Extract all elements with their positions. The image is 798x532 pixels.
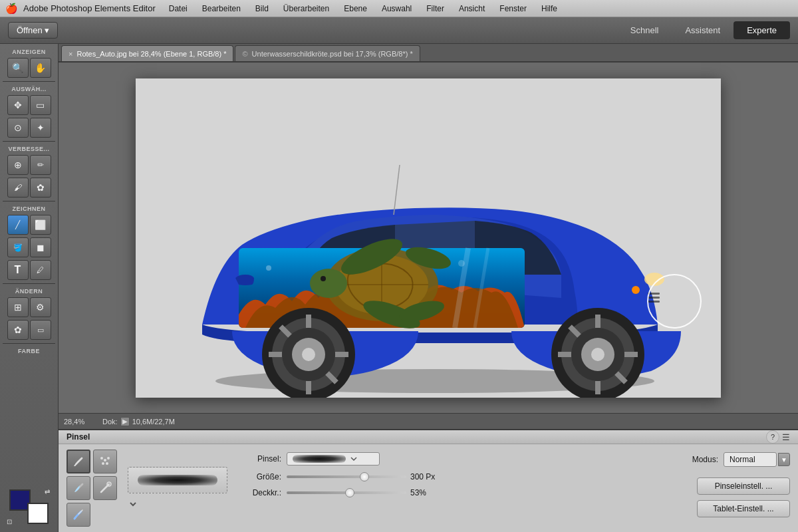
- title-bar: 🍎 Adobe Photoshop Elements Editor Datei …: [0, 0, 798, 17]
- divider-3: [3, 201, 55, 201]
- menu-ebene[interactable]: Ebene: [341, 3, 370, 15]
- tab1-close[interactable]: ×: [68, 50, 72, 58]
- menu-ueberarbeiten[interactable]: Überarbeiten: [281, 3, 332, 15]
- settings-tool[interactable]: ⚙: [30, 297, 51, 317]
- size-slider-container: 300 Px: [287, 472, 664, 481]
- brush-icon-row-1: [66, 450, 117, 473]
- menu-datei[interactable]: Datei: [166, 3, 190, 15]
- status-arrow[interactable]: ▶: [120, 417, 130, 426]
- chevron-down-icon: [128, 499, 138, 509]
- menu-auswahl[interactable]: Auswahl: [379, 3, 414, 15]
- brush-mode-color-replace[interactable]: [66, 476, 90, 500]
- brush-mode-4[interactable]: [66, 503, 90, 527]
- smudge-tool[interactable]: ✿: [30, 178, 51, 198]
- anzeigen-label: ANZEIGEN: [0, 47, 58, 57]
- panel-title: Pinsel: [66, 432, 90, 442]
- brush-preview-box[interactable]: [128, 467, 227, 493]
- svg-point-51: [102, 462, 104, 465]
- menu-fenster[interactable]: Fenster: [497, 3, 529, 15]
- menu-hilfe[interactable]: Hilfe: [539, 3, 560, 15]
- tab-unterwasser[interactable]: © Unterwasserschildkröte.psd bei 17,3% (…: [235, 45, 420, 61]
- help-button[interactable]: ?: [766, 430, 779, 444]
- mode-dropdown-arrow-icon[interactable]: ▼: [778, 453, 790, 466]
- opacity-slider-container: 53%: [287, 488, 664, 497]
- svg-point-23: [302, 348, 315, 361]
- divider-4: [3, 283, 55, 284]
- tab1-label: Rotes_Auto.jpg bei 28,4% (Ebene 1, RGB/8…: [76, 50, 226, 58]
- brush-mode-paint[interactable]: [66, 450, 90, 473]
- move-tool[interactable]: ✥: [7, 95, 29, 115]
- svg-point-11: [310, 269, 347, 298]
- menu-ansicht[interactable]: Ansicht: [456, 3, 487, 15]
- brush-preview-area: [128, 450, 227, 527]
- divider-2: [3, 141, 55, 142]
- brush-name-dropdown[interactable]: [287, 452, 380, 466]
- svg-point-48: [100, 457, 103, 460]
- size-slider-thumb[interactable]: [360, 472, 369, 481]
- lasso-tool[interactable]: ⊙: [7, 118, 29, 138]
- brush-mode-3[interactable]: [93, 476, 117, 500]
- options-content: Pinsel: Größe:: [59, 444, 798, 532]
- mode-dropdown-box[interactable]: Normal: [724, 452, 777, 467]
- farbe-label: FARBE: [0, 346, 58, 356]
- tab-bar: × Rotes_Auto.jpg bei 28,4% (Ebene 1, RGB…: [59, 44, 798, 63]
- brush-name-row: Pinsel:: [238, 452, 664, 466]
- opacity-slider-thumb[interactable]: [345, 488, 354, 497]
- svg-point-12: [321, 276, 326, 281]
- photo-tool[interactable]: ▭: [30, 320, 51, 340]
- hand-tool[interactable]: ✋: [30, 58, 51, 78]
- tablet-settings-button[interactable]: Tablet-Einstell. ...: [697, 500, 790, 517]
- size-slider-track[interactable]: [287, 475, 406, 478]
- mode-row: Modus: Normal ▼: [675, 452, 790, 467]
- brush-stroke-preview: [138, 475, 217, 485]
- brush-tool[interactable]: ╱: [7, 215, 29, 235]
- background-color[interactable]: [27, 503, 49, 524]
- brush-mode-impressionist[interactable]: [93, 450, 117, 473]
- brush-name-label: Pinsel:: [238, 454, 281, 464]
- eraser-tool[interactable]: ⬜: [30, 215, 51, 235]
- canvas-viewport[interactable]: [136, 78, 721, 398]
- filter-tool[interactable]: ✿: [7, 320, 29, 340]
- zeichnen-label: ZEICHNEN: [0, 203, 58, 213]
- tab-schnell[interactable]: Schnell: [617, 21, 672, 39]
- options-header: Pinsel ? ☰: [59, 430, 798, 444]
- type-tool[interactable]: T: [7, 260, 29, 280]
- fill-tool[interactable]: 🪣: [7, 237, 29, 257]
- brush-picker-arrow[interactable]: [128, 499, 227, 509]
- reset-colors-icon[interactable]: ⊡: [7, 518, 12, 525]
- auswahl-label: AUSWÄH...: [0, 84, 58, 94]
- shape-tool[interactable]: ◼: [30, 237, 51, 257]
- swap-colors-icon[interactable]: ⇄: [45, 488, 50, 495]
- size-label: Größe:: [238, 472, 281, 481]
- marquee-tool[interactable]: ▭: [30, 95, 51, 115]
- auswahl-row1: ✥ ▭: [0, 94, 58, 116]
- verbesse-row1: ⊕ ✏: [0, 154, 58, 176]
- crop-tool[interactable]: ⊞: [7, 297, 29, 317]
- svg-point-34: [591, 348, 604, 361]
- tab2-close[interactable]: ©: [242, 50, 247, 58]
- brush-icon-row-3: [66, 503, 117, 527]
- color-swatches: ⇄ ⊡: [3, 487, 55, 527]
- mode-dropdown[interactable]: Normal ▼: [724, 452, 790, 467]
- svg-point-42: [632, 286, 640, 294]
- magic-wand-tool[interactable]: ✦: [30, 118, 51, 138]
- menu-filter[interactable]: Filter: [424, 3, 447, 15]
- size-value: 300 Px: [410, 472, 440, 481]
- zoom-tool[interactable]: 🔍: [7, 58, 29, 78]
- open-button[interactable]: Öffnen ▾: [8, 22, 58, 39]
- apple-menu-icon[interactable]: 🍎: [5, 3, 18, 15]
- menu-bild[interactable]: Bild: [253, 3, 271, 15]
- clone-tool[interactable]: 🖌: [7, 178, 29, 198]
- healing-tool[interactable]: ✏: [30, 155, 51, 175]
- tab-rotes-auto[interactable]: × Rotes_Auto.jpg bei 28,4% (Ebene 1, RGB…: [61, 45, 233, 61]
- aendern-row2: ✿ ▭: [0, 319, 58, 341]
- tab-experte[interactable]: Experte: [733, 21, 790, 39]
- panel-menu-icon[interactable]: ☰: [782, 432, 790, 442]
- brush-settings-button[interactable]: Pinseleinstell. ...: [697, 477, 790, 495]
- tab-assistent[interactable]: Assistent: [672, 21, 733, 39]
- opacity-slider-track[interactable]: [287, 491, 406, 494]
- pen-tool[interactable]: 🖊: [30, 260, 51, 280]
- menu-bearbeiten[interactable]: Bearbeiten: [200, 3, 243, 15]
- zeichnen-row1: ╱ ⬜: [0, 213, 58, 236]
- redeye-tool[interactable]: ⊕: [7, 155, 29, 175]
